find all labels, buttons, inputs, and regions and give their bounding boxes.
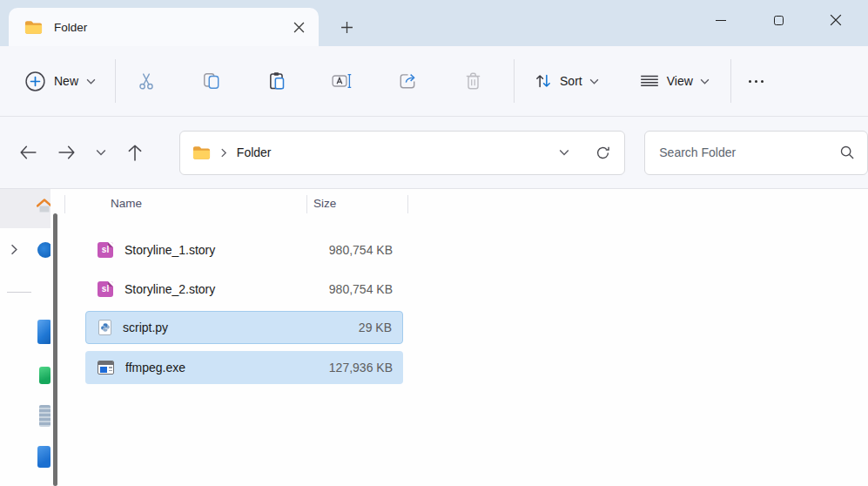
address-dropdown-button[interactable] bbox=[559, 149, 569, 156]
command-toolbar: New bbox=[0, 46, 868, 117]
file-name: Storyline_1.story bbox=[124, 243, 329, 257]
file-list: Name Size sl Storyline_1.story 980,754 K… bbox=[61, 189, 868, 486]
view-list-icon bbox=[639, 71, 660, 91]
file-size: 29 KB bbox=[359, 321, 392, 334]
share-button[interactable] bbox=[388, 62, 427, 100]
sidebar-divider bbox=[7, 292, 31, 293]
folder-icon bbox=[192, 145, 211, 160]
file-name: Storyline_2.story bbox=[124, 282, 329, 296]
ellipsis-icon bbox=[749, 80, 751, 83]
search-box bbox=[644, 131, 868, 175]
sort-button[interactable]: Sort bbox=[525, 64, 608, 98]
address-bar-controls bbox=[559, 145, 610, 160]
column-headers: Name Size bbox=[61, 189, 868, 219]
column-header-size[interactable]: Size bbox=[313, 197, 336, 210]
close-icon bbox=[830, 14, 842, 26]
downloads-icon[interactable] bbox=[39, 367, 50, 384]
storyline-file-icon: sl bbox=[98, 281, 113, 297]
file-row-ffmpeg-exe[interactable]: ffmpeg.exe 127,936 KB bbox=[85, 351, 403, 384]
view-button[interactable]: View bbox=[630, 64, 718, 98]
copy-icon bbox=[202, 71, 221, 91]
maximize-button[interactable] bbox=[750, 0, 807, 40]
new-tab-button[interactable] bbox=[333, 14, 360, 40]
trash-icon bbox=[464, 71, 482, 91]
up-button[interactable] bbox=[118, 135, 152, 170]
paste-button[interactable] bbox=[258, 62, 296, 100]
folder-icon bbox=[24, 20, 43, 35]
arrow-right-icon bbox=[58, 145, 76, 159]
python-file-icon bbox=[98, 320, 111, 335]
toolbar-divider bbox=[115, 59, 116, 103]
file-explorer-window: Folder bbox=[0, 0, 868, 486]
close-icon bbox=[293, 22, 305, 33]
address-row: Folder bbox=[0, 117, 868, 189]
arrow-up-icon bbox=[128, 144, 142, 161]
search-input[interactable] bbox=[649, 145, 839, 159]
sort-button-label: Sort bbox=[560, 74, 582, 88]
back-button[interactable] bbox=[10, 135, 45, 170]
delete-button[interactable] bbox=[454, 62, 492, 100]
window-controls bbox=[692, 0, 865, 40]
tab-close-button[interactable] bbox=[286, 14, 312, 40]
rename-icon bbox=[332, 72, 353, 90]
file-name: ffmpeg.exe bbox=[125, 361, 329, 375]
toolbar-divider bbox=[514, 59, 515, 103]
pictures-icon[interactable] bbox=[37, 446, 50, 468]
file-size: 980,754 KB bbox=[329, 282, 393, 296]
search-icon[interactable] bbox=[839, 145, 855, 160]
new-button-label: New bbox=[54, 74, 78, 88]
toolbar-divider bbox=[730, 59, 731, 103]
column-separator[interactable] bbox=[306, 195, 307, 213]
copy-button[interactable] bbox=[192, 62, 231, 100]
maximize-icon bbox=[774, 16, 784, 25]
titlebar: Folder bbox=[0, 0, 868, 46]
chevron-down-icon bbox=[86, 78, 96, 84]
recent-locations-button[interactable] bbox=[89, 135, 113, 170]
new-button[interactable]: New bbox=[16, 64, 104, 99]
more-options-button[interactable] bbox=[745, 62, 768, 100]
application-file-icon bbox=[98, 361, 114, 375]
paste-icon bbox=[267, 71, 286, 91]
refresh-button[interactable] bbox=[595, 145, 610, 160]
share-icon bbox=[398, 71, 417, 91]
chevron-down-icon bbox=[700, 78, 710, 84]
chevron-down-icon bbox=[96, 149, 106, 156]
column-header-name[interactable]: Name bbox=[111, 197, 142, 210]
arrow-left-icon bbox=[19, 145, 37, 159]
breadcrumb-segment[interactable]: Folder bbox=[237, 145, 559, 159]
tab-title: Folder bbox=[54, 21, 286, 34]
navigation-pane bbox=[0, 189, 50, 486]
documents-icon[interactable] bbox=[39, 405, 50, 427]
column-separator[interactable] bbox=[407, 195, 408, 213]
minimize-icon bbox=[716, 20, 726, 21]
address-bar[interactable]: Folder bbox=[179, 131, 625, 175]
onedrive-icon[interactable] bbox=[37, 242, 50, 258]
desktop-icon[interactable] bbox=[37, 320, 50, 344]
file-size: 980,754 KB bbox=[329, 243, 393, 257]
file-size: 127,936 KB bbox=[329, 361, 393, 375]
sidebar-scrollbar[interactable] bbox=[53, 213, 57, 486]
file-row-script-py[interactable]: script.py 29 KB bbox=[85, 311, 403, 344]
file-name: script.py bbox=[123, 321, 359, 334]
tab-folder[interactable]: Folder bbox=[9, 8, 319, 46]
ellipsis-icon bbox=[761, 80, 764, 83]
sort-icon bbox=[534, 71, 553, 91]
chevron-right-icon bbox=[220, 148, 227, 158]
forward-button[interactable] bbox=[50, 135, 84, 170]
circle-plus-icon bbox=[24, 71, 46, 92]
close-button[interactable] bbox=[807, 0, 865, 40]
ellipsis-icon bbox=[755, 80, 757, 83]
column-separator bbox=[64, 195, 65, 213]
home-icon bbox=[37, 199, 50, 213]
chevron-right-icon[interactable] bbox=[10, 244, 19, 255]
scissors-icon bbox=[137, 71, 156, 91]
cut-button[interactable] bbox=[127, 62, 165, 100]
storyline-file-icon: sl bbox=[98, 242, 113, 258]
file-row-storyline-1[interactable]: sl Storyline_1.story 980,754 KB bbox=[85, 233, 403, 267]
plus-icon bbox=[340, 21, 353, 34]
view-button-label: View bbox=[667, 74, 693, 88]
file-row-storyline-2[interactable]: sl Storyline_2.story 980,754 KB bbox=[85, 273, 403, 306]
rename-button[interactable] bbox=[323, 62, 361, 100]
content-area: Name Size sl Storyline_1.story 980,754 K… bbox=[0, 189, 868, 486]
minimize-button[interactable] bbox=[692, 0, 750, 40]
